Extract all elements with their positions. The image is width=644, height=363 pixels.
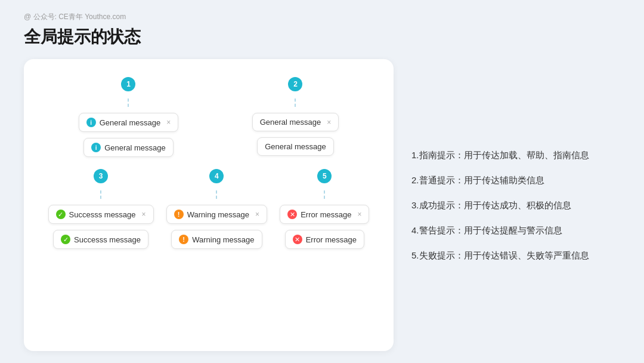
desc-item-3: 3.成功提示：用于传达成功、积极的信息	[411, 198, 620, 213]
dashed-line-2	[295, 99, 296, 107]
badge-1-close: i General message ×	[79, 113, 179, 132]
group-2: 2 General message × General message	[252, 77, 339, 156]
step-5-circle: 5	[317, 169, 332, 183]
diagram-card: 1 i General message × i General message …	[24, 59, 394, 351]
group-1: 1 i General message × i General message	[79, 77, 179, 157]
dashed-line-4	[216, 190, 217, 199]
error-icon-5b: ✕	[293, 235, 302, 244]
warning-icon-4: !	[174, 210, 184, 219]
badge-4-plain-label: Warning message	[192, 235, 254, 244]
badge-1-plain: i General message	[83, 138, 174, 157]
info-icon-1b: i	[91, 143, 101, 152]
badge-2-close: General message ×	[252, 113, 339, 131]
success-icon-3b: ✓	[61, 235, 70, 244]
dashed-line-3	[100, 190, 101, 199]
group-3: 3 ✓ Successs message × ✓ Successs messag…	[48, 169, 154, 249]
step-3-circle: 3	[94, 169, 108, 183]
info-icon-1: i	[86, 118, 96, 127]
badge-5-close-label: Error message	[301, 210, 351, 219]
badge-5-close: ✕ Error message ×	[280, 205, 369, 224]
badge-4-close-label: Warning message	[187, 210, 249, 219]
close-btn-3[interactable]: ×	[142, 210, 146, 219]
dashed-line-1	[128, 99, 129, 107]
desc-item-5: 5.失败提示：用于传达错误、失败等严重信息	[411, 248, 620, 263]
badge-1-close-label: General message	[100, 118, 161, 127]
badge-4-close: ! Warning message ×	[166, 205, 267, 224]
step-1-circle: 1	[121, 77, 135, 91]
badge-3-plain: ✓ Successs message	[53, 230, 148, 249]
group-4: 4 ! Warning message × ! Warning message	[166, 169, 267, 249]
badge-3-close: ✓ Successs message ×	[48, 205, 154, 224]
step-2-circle: 2	[288, 77, 302, 91]
desc-item-1: 1.指南提示：用于传达加载、帮助、指南信息	[411, 148, 620, 162]
close-btn-5[interactable]: ×	[357, 210, 361, 219]
badge-3-close-label: Successs message	[69, 210, 136, 219]
badge-1-plain-label: General message	[104, 143, 166, 152]
badge-5-plain: ✕ Error message	[285, 230, 364, 249]
close-btn-1[interactable]: ×	[166, 118, 171, 127]
warning-icon-4b: !	[179, 235, 188, 244]
error-icon-5: ✕	[287, 210, 297, 219]
main-content: 1 i General message × i General message …	[24, 59, 620, 351]
close-btn-4[interactable]: ×	[255, 210, 259, 219]
badge-2-plain: General message	[257, 137, 334, 156]
badge-4-plain: ! Warning message	[171, 230, 262, 249]
desc-item-2: 2.普通提示：用于传达辅助类信息	[411, 173, 620, 187]
badge-2-close-label: General message	[260, 118, 321, 127]
group-5: 5 ✕ Error message × ✕ Error message	[280, 169, 369, 249]
top-row: 1 i General message × i General message …	[42, 77, 376, 157]
desc-item-4: 4.警告提示：用于传达提醒与警示信息	[411, 223, 620, 238]
close-btn-2[interactable]: ×	[327, 118, 331, 127]
bottom-row: 3 ✓ Successs message × ✓ Successs messag…	[42, 169, 376, 249]
badge-3-plain-label: Successs message	[74, 235, 141, 244]
description-panel: 1.指南提示：用于传达加载、帮助、指南信息 2.普通提示：用于传达辅助类信息 3…	[411, 59, 620, 351]
success-icon-3: ✓	[56, 210, 66, 219]
watermark: @ 公众号: CE青年 Youthce.com	[24, 12, 620, 22]
badge-2-plain-label: General message	[265, 142, 326, 151]
page-title: 全局提示的状态	[24, 26, 620, 48]
badge-5-plain-label: Error message	[306, 235, 357, 244]
dashed-line-5	[324, 190, 325, 199]
step-4-circle: 4	[209, 169, 224, 183]
